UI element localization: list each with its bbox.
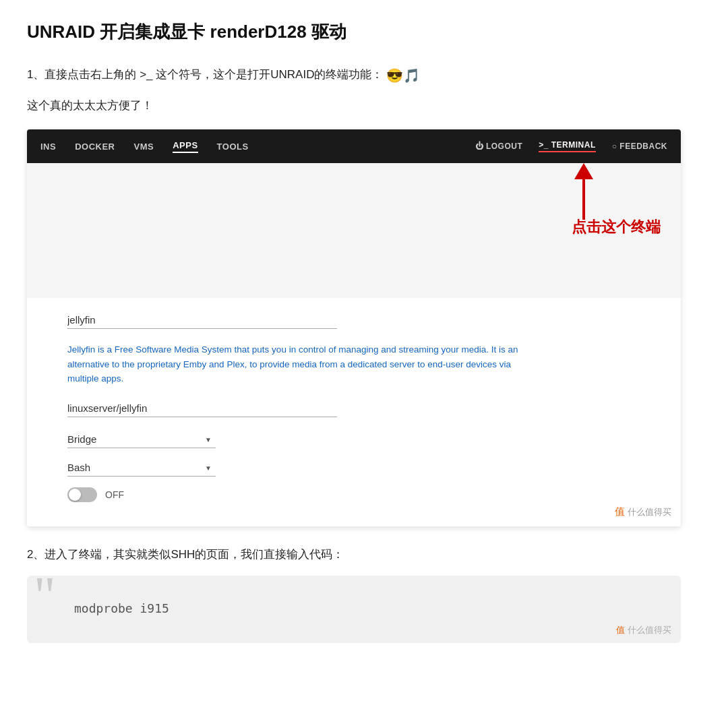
annotation-area: 点击这个终端 <box>27 163 681 298</box>
arrow-container <box>574 163 593 220</box>
network-select-wrapper[interactable]: Bridge Host None <box>67 431 216 448</box>
nav-terminal[interactable]: >_ TERMINAL <box>539 140 596 152</box>
docker-form: Jellyfin is a Free Software Media System… <box>27 298 681 516</box>
arrow-shaft <box>582 179 585 220</box>
nav-item-tools[interactable]: TOOLS <box>217 142 249 152</box>
app-name-input[interactable] <box>67 311 337 329</box>
app-name-field <box>67 311 654 329</box>
repo-field <box>67 400 654 417</box>
arrow-up-icon <box>574 163 593 179</box>
code-block: " modprobe i915 值 什么值得买 <box>27 576 681 643</box>
network-row: Bridge Host None <box>67 431 654 448</box>
network-select[interactable]: Bridge Host None <box>67 431 216 448</box>
nav-item-docker[interactable]: DOCKER <box>75 142 115 152</box>
annotation-label: 点击这个终端 <box>572 217 661 237</box>
watermark: 值 什么值得买 <box>615 506 671 518</box>
quote-mark: " <box>34 569 56 623</box>
watermark-icon: 值 <box>615 506 625 517</box>
convenience-text: 这个真的太太太方便了！ <box>27 98 701 113</box>
screenshot-block: INS DOCKER VMS APPS TOOLS ⏻ LOGOUT >_ TE… <box>27 129 681 526</box>
nav-item-vms[interactable]: VMS <box>134 142 154 152</box>
shell-row: Bash sh <box>67 459 654 477</box>
page-title: UNRAID 开启集成显卡 renderD128 驱动 <box>27 20 701 44</box>
app-description: Jellyfin is a Free Software Media System… <box>67 342 526 386</box>
code-command: modprobe i915 <box>54 594 654 615</box>
shell-select[interactable]: Bash sh <box>67 459 216 477</box>
nav-item-ins[interactable]: INS <box>40 142 56 152</box>
watermark-text: 什么值得买 <box>628 507 671 517</box>
nav-right: ⏻ LOGOUT >_ TERMINAL ○ FEEDBACK <box>475 140 667 152</box>
emoji-face: 😎🎵 <box>386 68 420 83</box>
unraid-navbar: INS DOCKER VMS APPS TOOLS ⏻ LOGOUT >_ TE… <box>27 129 681 163</box>
step1-text: 1、直接点击右上角的 >_ 这个符号，这个是打开UNRAID的终端功能： 😎🎵 <box>27 64 701 87</box>
toggle-switch[interactable] <box>67 487 97 502</box>
nav-item-apps[interactable]: APPS <box>173 140 198 153</box>
nav-left: INS DOCKER VMS APPS TOOLS <box>40 140 249 153</box>
step2-text: 2、进入了终端，其实就类似SHH的页面，我们直接输入代码： <box>27 547 701 562</box>
toggle-row: OFF <box>67 487 654 502</box>
shell-select-wrapper[interactable]: Bash sh <box>67 459 216 477</box>
toggle-thumb <box>69 489 81 501</box>
repo-input[interactable] <box>67 400 337 417</box>
code-watermark: 值 什么值得买 <box>616 624 671 636</box>
nav-feedback[interactable]: ○ FEEDBACK <box>612 142 667 151</box>
nav-logout[interactable]: ⏻ LOGOUT <box>475 142 523 151</box>
toggle-label: OFF <box>105 489 124 500</box>
